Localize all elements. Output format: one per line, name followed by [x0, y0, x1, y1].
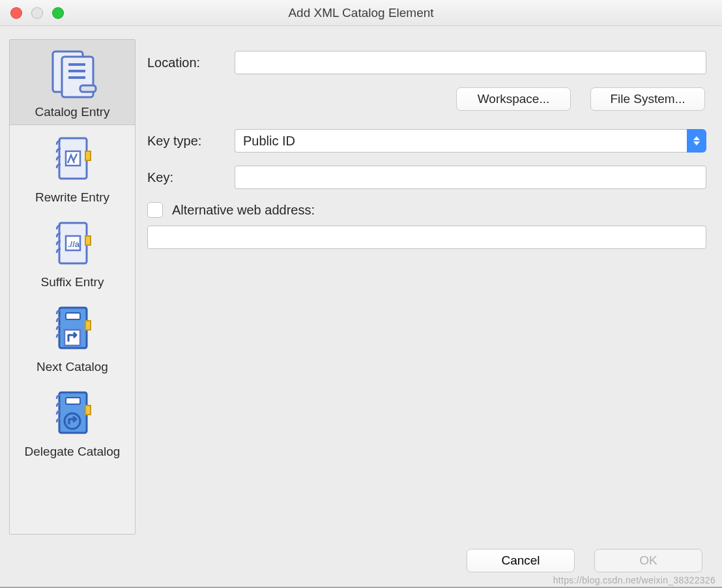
- svg-rect-19: [66, 398, 80, 404]
- sidebar-item-catalog-entry[interactable]: Catalog Entry: [10, 40, 135, 125]
- watermark-text: https://blog.csdn.net/weixin_38322326: [553, 575, 715, 585]
- svg-rect-10: [85, 236, 91, 245]
- window-title: Add XML Catalog Element: [0, 6, 722, 20]
- dialog-body: Catalog Entry Rewrite Entry: [0, 26, 722, 535]
- dialog-window: Add XML Catalog Element Catalog Entry: [0, 0, 722, 588]
- form-panel: Location: Workspace... File System... Ke…: [147, 39, 713, 535]
- svg-rect-5: [80, 85, 96, 92]
- sidebar-item-label: Catalog Entry: [35, 105, 109, 119]
- svg-text:.//a: .//a: [68, 239, 80, 249]
- keytype-select[interactable]: Public ID: [235, 129, 706, 153]
- sidebar-item-label: Next Catalog: [36, 360, 108, 374]
- ok-button: OK: [594, 549, 702, 572]
- sidebar: Catalog Entry Rewrite Entry: [9, 39, 136, 535]
- rewrite-entry-icon: [45, 132, 100, 186]
- key-label: Key:: [147, 170, 235, 185]
- alt-address-label: Alternative web address:: [172, 203, 315, 218]
- select-stepper-icon: [687, 129, 706, 153]
- key-input[interactable]: [235, 166, 706, 189]
- sidebar-item-next-catalog[interactable]: Next Catalog: [10, 295, 135, 379]
- alt-address-input[interactable]: [147, 226, 706, 249]
- svg-rect-15: [66, 313, 80, 319]
- sidebar-item-label: Rewrite Entry: [35, 190, 109, 205]
- keytype-label: Key type:: [147, 134, 235, 149]
- keytype-value: Public ID: [235, 129, 687, 153]
- next-catalog-icon: [45, 301, 100, 356]
- svg-rect-14: [85, 321, 91, 330]
- sidebar-item-label: Suffix Entry: [41, 275, 104, 289]
- svg-rect-18: [85, 405, 91, 415]
- location-input[interactable]: [235, 51, 706, 74]
- catalog-entry-icon: [45, 46, 100, 101]
- sidebar-item-suffix-entry[interactable]: .//a Suffix Entry: [10, 210, 135, 295]
- sidebar-item-rewrite-entry[interactable]: Rewrite Entry: [10, 125, 135, 210]
- sidebar-item-label: Delegate Catalog: [25, 445, 121, 459]
- cancel-button[interactable]: Cancel: [467, 549, 575, 572]
- alt-address-checkbox[interactable]: [147, 202, 163, 218]
- titlebar: Add XML Catalog Element: [0, 0, 722, 26]
- key-row: Key:: [147, 166, 706, 189]
- suffix-entry-icon: .//a: [45, 216, 100, 271]
- dialog-footer: Cancel OK https://blog.csdn.net/weixin_3…: [0, 535, 722, 587]
- alt-address-row: Alternative web address:: [147, 202, 706, 218]
- delegate-catalog-icon: [45, 386, 100, 441]
- svg-rect-7: [85, 151, 91, 160]
- sidebar-item-delegate-catalog[interactable]: Delegate Catalog: [10, 379, 135, 464]
- workspace-button[interactable]: Workspace...: [456, 87, 571, 111]
- location-label: Location:: [147, 55, 235, 70]
- file-system-button[interactable]: File System...: [590, 87, 705, 111]
- location-row: Location:: [147, 51, 706, 74]
- keytype-row: Key type: Public ID: [147, 129, 706, 153]
- location-buttons: Workspace... File System...: [147, 87, 706, 111]
- svg-rect-16: [65, 330, 80, 345]
